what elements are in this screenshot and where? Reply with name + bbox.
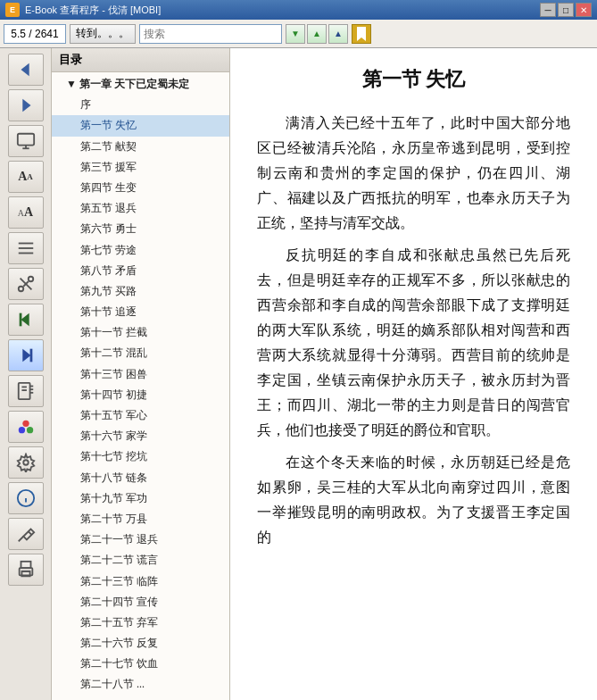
svg-rect-31 — [21, 562, 30, 568]
maximize-button[interactable]: □ — [558, 3, 574, 17]
svg-point-24 — [26, 427, 32, 433]
toc-item[interactable]: 第二十五节 弃军 — [52, 612, 229, 633]
toc-item[interactable]: 第十九节 军功 — [52, 488, 229, 509]
window-controls: ─ □ ✕ — [540, 3, 592, 17]
minimize-button[interactable]: ─ — [540, 3, 556, 17]
svg-point-25 — [23, 460, 29, 465]
toc-item[interactable]: 第十六节 家学 — [52, 426, 229, 446]
font-increase-button[interactable]: A A — [8, 161, 44, 193]
toc-item[interactable]: 第一节 失忆 — [52, 115, 229, 136]
svg-line-30 — [28, 531, 31, 535]
toc-item[interactable]: 序 — [52, 95, 229, 115]
back-button[interactable] — [8, 54, 44, 86]
toc-item[interactable]: 第二十二节 谎言 — [52, 550, 229, 571]
toc-item[interactable]: 第十五节 军心 — [52, 405, 229, 426]
svg-rect-15 — [29, 349, 32, 362]
color-button[interactable] — [8, 411, 44, 443]
font-decrease-button[interactable]: A A — [8, 196, 44, 229]
svg-marker-1 — [22, 99, 30, 112]
search-annotate-button[interactable] — [8, 518, 44, 550]
toc-item[interactable]: 第十四节 初捷 — [52, 385, 229, 405]
toc-item[interactable]: 第九节 买路 — [52, 281, 229, 302]
svg-rect-13 — [19, 313, 21, 327]
app-icon: E — [5, 3, 20, 17]
toc-header: 目录 — [52, 48, 229, 72]
toc-item[interactable]: 第十三节 困兽 — [52, 364, 229, 385]
page-input[interactable] — [4, 24, 66, 44]
svg-rect-2 — [17, 134, 33, 146]
next-chapter-button[interactable] — [8, 339, 44, 371]
prev-chapter-button[interactable] — [8, 304, 44, 336]
content-paragraph: 满清入关已经十五年了，此时中国大部分地区已经被清兵沦陷，永历皇帝逃到昆明，受到控… — [257, 111, 570, 236]
toc-list[interactable]: ▼ 第一章 天下已定蜀未定序第一节 失忆第二节 献契第三节 援军第四节 生变第五… — [52, 72, 229, 700]
toc-panel: 目录 ▼ 第一章 天下已定蜀未定序第一节 失忆第二节 献契第三节 援军第四节 生… — [52, 48, 230, 700]
info-button[interactable] — [8, 482, 44, 514]
svg-marker-12 — [21, 313, 29, 327]
svg-line-29 — [18, 537, 23, 542]
toc-item[interactable]: 第二十八节 ... — [52, 674, 229, 695]
search-input[interactable] — [139, 24, 282, 44]
nav-up-blue[interactable]: ▲ — [328, 24, 348, 44]
toc-item[interactable]: 第十七节 挖坑 — [52, 446, 229, 467]
crop-button[interactable] — [8, 268, 44, 300]
goto-button[interactable]: 转到。。。 — [70, 24, 136, 44]
nav-down-green[interactable]: ▼ — [286, 24, 305, 44]
toc-item[interactable]: ▼ 第一章 天下已定蜀未定 — [52, 74, 229, 95]
toc-item[interactable]: 第十一节 拦截 — [52, 322, 229, 343]
toc-item[interactable]: 第二节 献契 — [52, 137, 229, 157]
nav-arrows: ▼ ▲ ▲ — [286, 24, 348, 44]
content-paragraph: 在这个冬天来临的时候，永历朝廷已经是危如累卵，吴三桂的大军从北向南穿过四川，意图… — [257, 450, 570, 550]
svg-marker-0 — [21, 63, 29, 77]
toc-item[interactable]: 第二十七节 饮血 — [52, 654, 229, 674]
toc-item[interactable]: 第二十一节 退兵 — [52, 529, 229, 550]
toolbar: 转到。。。 ▼ ▲ ▲ — [0, 20, 597, 48]
toc-item[interactable]: 第八节 矛盾 — [52, 261, 229, 281]
toc-item[interactable]: 第六节 勇士 — [52, 219, 229, 239]
toolbar-bookmark-button[interactable] — [352, 24, 371, 44]
print-button[interactable] — [8, 554, 44, 586]
toc-item[interactable]: 第五节 退兵 — [52, 198, 229, 219]
toc-item[interactable]: 第十八节 链条 — [52, 468, 229, 488]
left-sidebar: A A A A — [0, 48, 52, 700]
toc-item[interactable]: 第二十三节 临阵 — [52, 571, 229, 592]
content-area[interactable]: 第一节 失忆 满清入关已经十五年了，此时中国大部分地区已经被清兵沦陷，永历皇帝逃… — [230, 48, 597, 700]
toc-item[interactable]: 第二十节 万县 — [52, 509, 229, 529]
toc-item[interactable]: 第十二节 混乱 — [52, 343, 229, 363]
content-body: 满清入关已经十五年了，此时中国大部分地区已经被清兵沦陷，永历皇帝逃到昆明，受到控… — [257, 111, 570, 550]
title-bar: E E-Book 查看程序 - 伐清 [MOBI] ─ □ ✕ — [0, 0, 597, 20]
forward-button[interactable] — [8, 89, 44, 121]
toc-item[interactable]: 第二十六节 反复 — [52, 633, 229, 654]
settings-button[interactable] — [8, 446, 44, 479]
svg-point-10 — [28, 277, 33, 282]
bookmarks-button[interactable] — [8, 375, 44, 407]
svg-point-9 — [18, 287, 23, 292]
svg-point-23 — [18, 427, 24, 433]
display-button[interactable] — [8, 125, 44, 157]
main-area: A A A A — [0, 48, 597, 700]
toc-item[interactable]: 第七节 劳途 — [52, 240, 229, 261]
svg-marker-14 — [22, 349, 30, 362]
toc-item[interactable]: 第二十四节 宣传 — [52, 592, 229, 612]
svg-point-22 — [22, 421, 29, 427]
section-title: 第一节 失忆 — [257, 66, 570, 93]
toc-item[interactable]: 第四节 生变 — [52, 178, 229, 198]
content-paragraph: 反抗明廷的李自成和张献忠虽然已先后死去，但是明廷幸存的正规军不多，所以张献忠的西… — [257, 243, 570, 443]
toc-item[interactable]: 第三节 援军 — [52, 157, 229, 178]
nav-up-green[interactable]: ▲ — [307, 24, 327, 44]
toc-item[interactable]: 第十节 追逐 — [52, 302, 229, 322]
window-title: E-Book 查看程序 - 伐清 [MOBI] — [25, 4, 161, 17]
close-button[interactable]: ✕ — [576, 3, 592, 17]
layout-button[interactable] — [8, 232, 44, 264]
